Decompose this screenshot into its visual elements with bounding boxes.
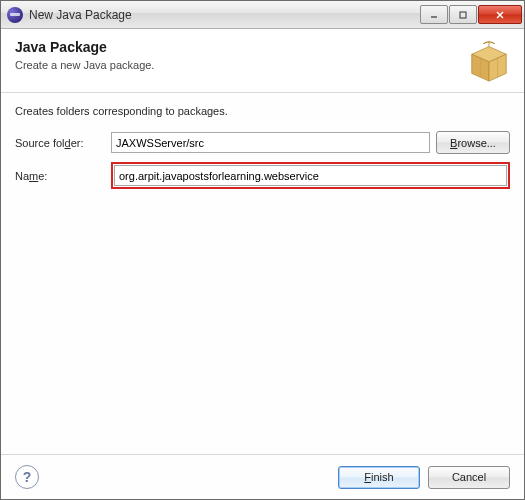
window-title: New Java Package (29, 8, 420, 22)
package-icon (466, 37, 512, 83)
svg-rect-1 (460, 12, 466, 18)
titlebar[interactable]: New Java Package (1, 1, 524, 29)
close-button[interactable] (478, 5, 522, 24)
source-folder-input[interactable] (111, 132, 430, 153)
name-input[interactable] (114, 165, 507, 186)
minimize-button[interactable] (420, 5, 448, 24)
footer-actions: Finish Cancel (338, 466, 510, 489)
browse-button[interactable]: Browse... (436, 131, 510, 154)
name-highlight (111, 162, 510, 189)
dialog-body: Creates folders corresponding to package… (1, 93, 524, 454)
maximize-button[interactable] (449, 5, 477, 24)
name-label: Name: (15, 170, 105, 182)
page-subtitle: Create a new Java package. (15, 59, 510, 71)
cancel-button[interactable]: Cancel (428, 466, 510, 489)
instruction-text: Creates folders corresponding to package… (15, 105, 510, 117)
dialog-header: Java Package Create a new Java package. (1, 29, 524, 93)
source-folder-row: Source folder: Browse... (15, 131, 510, 154)
dialog-footer: ? Finish Cancel (1, 454, 524, 499)
dialog-window: New Java Package Java Package Create a n… (0, 0, 525, 500)
page-title: Java Package (15, 39, 510, 55)
window-controls (420, 5, 522, 24)
name-row: Name: (15, 162, 510, 189)
eclipse-icon (7, 7, 23, 23)
help-button[interactable]: ? (15, 465, 39, 489)
source-folder-label: Source folder: (15, 137, 105, 149)
finish-button[interactable]: Finish (338, 466, 420, 489)
